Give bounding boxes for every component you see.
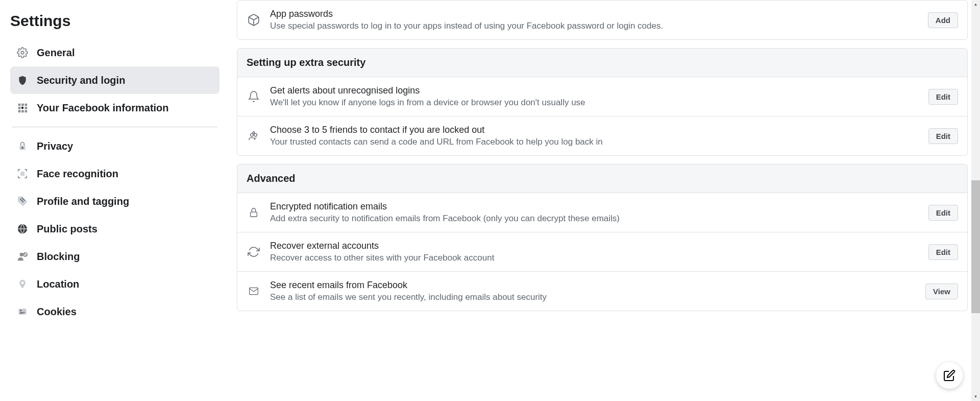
edit-button[interactable]: Edit	[928, 205, 958, 221]
add-button[interactable]: Add	[928, 12, 958, 28]
sidebar-item-label: Blocking	[37, 251, 80, 263]
svg-point-12	[20, 171, 24, 176]
svg-point-25	[254, 133, 257, 136]
sidebar-item-general[interactable]: General	[10, 39, 219, 66]
sidebar-item-public-posts[interactable]: Public posts	[10, 215, 219, 243]
svg-rect-8	[21, 110, 24, 113]
sidebar-item-label: Your Facebook information	[37, 102, 169, 114]
row-title: Recover external accounts	[270, 241, 919, 251]
svg-rect-21	[20, 310, 21, 312]
row-title: See recent emails from Facebook	[270, 280, 916, 291]
card-advanced: Advanced Encrypted notification emails A…	[237, 164, 968, 311]
row-title: Choose 3 to 5 friends to contact if you …	[270, 125, 919, 135]
sidebar-item-label: Security and login	[37, 75, 125, 86]
svg-rect-28	[250, 288, 258, 294]
svg-line-18	[24, 253, 27, 256]
row-title: App passwords	[270, 9, 919, 19]
svg-rect-20	[19, 309, 27, 315]
card-app-passwords: App passwords Use special passwords to l…	[237, 0, 968, 40]
sidebar-item-face-recognition[interactable]: Face recognition	[10, 160, 219, 187]
grid-icon	[16, 102, 29, 114]
face-icon	[16, 168, 29, 180]
svg-rect-7	[18, 110, 21, 113]
gear-icon	[16, 46, 29, 59]
bell-icon	[247, 89, 261, 104]
edit-button[interactable]: Edit	[928, 128, 958, 144]
sidebar-item-label: Cookies	[37, 306, 77, 318]
svg-rect-3	[25, 104, 28, 106]
sidebar-item-facebook-info[interactable]: Your Facebook information	[10, 94, 219, 122]
page-title: Settings	[10, 0, 219, 39]
svg-rect-27	[251, 212, 257, 217]
view-button[interactable]: View	[925, 284, 958, 299]
block-icon	[16, 250, 29, 263]
main-content: App passwords Use special passwords to l…	[225, 0, 980, 401]
box-icon	[247, 13, 261, 27]
svg-point-16	[20, 253, 23, 256]
row-title: Get alerts about unrecognised logins	[270, 85, 919, 96]
sidebar-item-label: Privacy	[37, 140, 73, 152]
sidebar-item-label: General	[37, 47, 75, 59]
sidebar-item-label: Public posts	[37, 223, 97, 235]
sidebar-item-security[interactable]: Security and login	[10, 66, 219, 94]
lock-icon	[247, 205, 261, 220]
svg-rect-2	[21, 104, 24, 106]
row-alerts: Get alerts about unrecognised logins We'…	[237, 77, 967, 116]
row-recent-emails: See recent emails from Facebook See a li…	[237, 272, 967, 311]
envelope-icon	[247, 284, 261, 298]
sidebar-item-location[interactable]: Location	[10, 270, 219, 298]
sidebar-item-label: Location	[37, 278, 79, 290]
row-desc: Use special passwords to log in to your …	[270, 21, 919, 31]
card-icon	[16, 305, 29, 318]
svg-rect-9	[25, 110, 28, 113]
row-desc: Recover access to other sites with your …	[270, 253, 919, 263]
row-desc: See a list of emails we sent you recentl…	[270, 292, 916, 302]
scroll-down-icon[interactable]: ▼	[971, 392, 980, 401]
sidebar-item-cookies[interactable]: Cookies	[10, 298, 219, 325]
refresh-icon	[247, 245, 261, 259]
scroll-up-icon[interactable]: ▲	[971, 0, 980, 9]
settings-sidebar: Settings General Security and login Your…	[0, 0, 225, 401]
scrollbar[interactable]: ▲ ▼	[971, 0, 980, 401]
scroll-thumb[interactable]	[971, 180, 980, 313]
pin-icon	[16, 278, 29, 290]
svg-rect-1	[18, 104, 21, 106]
svg-point-0	[21, 51, 24, 54]
shield-icon	[16, 74, 29, 86]
compose-button[interactable]	[936, 362, 963, 389]
row-recover-accounts: Recover external accounts Recover access…	[237, 232, 967, 272]
section-header-extra-security: Setting up extra security	[237, 49, 967, 77]
svg-point-24	[251, 133, 254, 136]
svg-point-26	[253, 132, 255, 134]
row-desc: We'll let you know if anyone logs in fro…	[270, 98, 919, 108]
sidebar-item-label: Profile and tagging	[37, 196, 129, 207]
sidebar-item-profile-tagging[interactable]: Profile and tagging	[10, 187, 219, 215]
svg-point-11	[21, 147, 23, 149]
svg-rect-4	[18, 107, 21, 109]
sidebar-item-privacy[interactable]: Privacy	[10, 132, 219, 160]
row-desc: Your trusted contacts can send a code an…	[270, 137, 919, 147]
svg-point-5	[21, 107, 24, 109]
row-desc: Add extra security to notification email…	[270, 214, 919, 224]
sidebar-item-blocking[interactable]: Blocking	[10, 243, 219, 270]
lock-icon	[16, 140, 29, 152]
svg-rect-6	[25, 107, 28, 109]
sidebar-item-label: Face recognition	[37, 168, 118, 180]
card-extra-security: Setting up extra security Get alerts abo…	[237, 48, 968, 156]
edit-button[interactable]: Edit	[928, 89, 958, 105]
edit-button[interactable]: Edit	[928, 244, 958, 260]
row-trusted-contacts: Choose 3 to 5 friends to contact if you …	[237, 116, 967, 155]
section-header-advanced: Advanced	[237, 164, 967, 193]
row-encrypted-emails: Encrypted notification emails Add extra …	[237, 193, 967, 232]
tag-icon	[16, 195, 29, 207]
row-title: Encrypted notification emails	[270, 201, 919, 212]
row-app-passwords: App passwords Use special passwords to l…	[237, 1, 967, 39]
svg-point-19	[21, 281, 24, 284]
people-icon	[247, 129, 261, 143]
globe-icon	[16, 223, 29, 235]
sidebar-divider	[12, 127, 217, 127]
